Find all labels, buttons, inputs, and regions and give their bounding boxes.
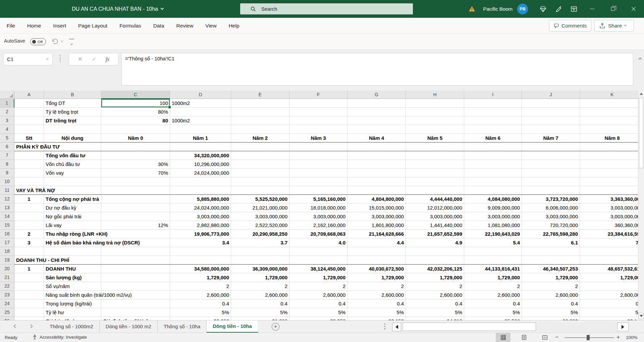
- cell-A4[interactable]: [14, 125, 44, 134]
- cell-G24[interactable]: 0.4: [347, 299, 406, 308]
- cell-F12[interactable]: 5,165,160,000: [289, 195, 347, 204]
- column-header-B[interactable]: B: [44, 91, 101, 99]
- column-header-K[interactable]: K: [580, 91, 638, 99]
- cell-E21[interactable]: 1,729,000: [231, 273, 289, 282]
- cell-K16[interactable]: 23,384,616,590: [580, 230, 638, 238]
- scroll-up-icon[interactable]: [640, 93, 643, 95]
- ribbon-tab-view[interactable]: View: [205, 23, 216, 29]
- row-header-5[interactable]: 5: [0, 134, 14, 142]
- cell-K13[interactable]: 3,003,000,000: [580, 204, 638, 212]
- row-header-8[interactable]: 8: [0, 160, 14, 169]
- avatar[interactable]: PB: [517, 4, 528, 14]
- cell-G10[interactable]: [347, 177, 406, 186]
- cell-K15[interactable]: 360,360,000: [580, 221, 638, 230]
- cell-F21[interactable]: 1,729,000: [289, 273, 347, 282]
- cell-K1[interactable]: [580, 99, 638, 108]
- cell-A8[interactable]: [14, 160, 44, 169]
- cell-A2[interactable]: [14, 108, 44, 116]
- cell-E26[interactable]: 21,000: [231, 317, 289, 320]
- cell-B5[interactable]: Nội dung: [44, 134, 101, 142]
- cell-J16[interactable]: 22,765,598,280: [522, 230, 580, 238]
- cell-C26[interactable]: Giả định tăng 5%/năm: [101, 317, 170, 320]
- name-box[interactable]: C1: [3, 53, 53, 65]
- cell-J24[interactable]: 0.4: [522, 299, 580, 308]
- cell-A23[interactable]: [14, 291, 44, 299]
- cell-F26[interactable]: 22,050: [289, 317, 347, 320]
- cell-K26[interactable]: 28,142: [580, 317, 638, 320]
- page-layout-view-button[interactable]: [517, 333, 531, 342]
- cell-F20[interactable]: 38,124,450,000: [289, 265, 347, 273]
- cell-K22[interactable]: 2: [580, 282, 638, 291]
- cell-J19[interactable]: [522, 256, 580, 265]
- cell-A19[interactable]: DOANH THU - CHI PHÍ: [14, 256, 44, 265]
- cell-G8[interactable]: [347, 160, 406, 169]
- cell-A1[interactable]: [14, 99, 44, 108]
- cell-K7[interactable]: [580, 151, 638, 160]
- cell-A15[interactable]: [14, 221, 44, 230]
- cell-J17[interactable]: 6.1: [522, 238, 580, 247]
- cell-I14[interactable]: 3,003,000,000: [464, 212, 522, 221]
- sheet-tab-dòng-tiền---10ha[interactable]: Dòng tiền - 10ha: [207, 321, 258, 333]
- row-header-12[interactable]: 12: [0, 195, 14, 204]
- cell-C5[interactable]: Năm 0: [101, 134, 170, 142]
- cell-D17[interactable]: 3.4: [170, 238, 231, 247]
- cell-J6[interactable]: [522, 142, 580, 151]
- cell-K17[interactable]: 7.0: [580, 238, 638, 247]
- cell-G21[interactable]: 1,729,000: [347, 273, 406, 282]
- cell-J21[interactable]: 1,729,000: [522, 273, 580, 282]
- row-header-16[interactable]: 16: [0, 230, 14, 238]
- cell-H26[interactable]: 24,310: [406, 317, 464, 320]
- cell-D26[interactable]: 20,000: [170, 317, 231, 320]
- cell-J10[interactable]: [522, 177, 580, 186]
- select-all-corner[interactable]: [0, 91, 14, 99]
- cell-I19[interactable]: [464, 256, 522, 265]
- cell-F4[interactable]: [289, 125, 347, 134]
- cell-C8[interactable]: 30%: [101, 160, 170, 169]
- cell-A18[interactable]: [14, 247, 44, 256]
- row-header-26[interactable]: 26: [0, 317, 14, 320]
- cell-C14[interactable]: [101, 212, 170, 221]
- formula-input[interactable]: ='Thông số - 10ha'!C1: [121, 53, 633, 86]
- cell-A20[interactable]: 1: [14, 265, 44, 273]
- cell-I25[interactable]: 5%: [464, 308, 522, 317]
- cell-G18[interactable]: [347, 247, 406, 256]
- cell-A3[interactable]: [14, 116, 44, 125]
- cell-H16[interactable]: 21,657,652,599: [406, 230, 464, 238]
- cell-G1[interactable]: [347, 99, 406, 108]
- cell-K10[interactable]: [580, 177, 638, 186]
- cell-A14[interactable]: [14, 212, 44, 221]
- cell-A22[interactable]: [14, 282, 44, 291]
- cell-C11[interactable]: [101, 186, 170, 195]
- warning-icon[interactable]: [464, 0, 480, 18]
- cell-K18[interactable]: [580, 247, 638, 256]
- cell-H2[interactable]: [406, 108, 464, 116]
- cell-D2[interactable]: [170, 108, 231, 116]
- cell-E13[interactable]: 21,021,000,000: [231, 204, 289, 212]
- cell-G20[interactable]: 40,030,672,500: [347, 265, 406, 273]
- normal-view-button[interactable]: [496, 333, 511, 342]
- page-break-view-button[interactable]: [537, 333, 552, 342]
- row-header-2[interactable]: 2: [0, 108, 14, 116]
- cell-H3[interactable]: [406, 116, 464, 125]
- row-header-18[interactable]: 18: [0, 247, 14, 256]
- cell-D1[interactable]: 1000m2: [170, 99, 231, 108]
- cell-H6[interactable]: [406, 142, 464, 151]
- cell-C4[interactable]: [101, 125, 170, 134]
- sheet-tab-thông-số---1000m2[interactable]: Thông số - 1000m2: [44, 321, 100, 333]
- cell-E20[interactable]: 36,309,000,000: [231, 265, 289, 273]
- row-header-6[interactable]: 6: [0, 142, 14, 151]
- cell-J11[interactable]: [522, 186, 580, 195]
- sheet-tab-dòng-tiền---1000-m2[interactable]: Dòng tiền - 1000 m2: [100, 321, 158, 333]
- cell-I13[interactable]: 9,009,000,000: [464, 204, 522, 212]
- cell-K12[interactable]: 3,363,360,000: [580, 195, 638, 204]
- cell-G12[interactable]: 4,804,800,000: [347, 195, 406, 204]
- cell-C25[interactable]: [101, 308, 170, 317]
- cell-D6[interactable]: [170, 142, 231, 151]
- cell-B24[interactable]: Trọng lượng (kg/trái): [44, 299, 101, 308]
- cell-H11[interactable]: [406, 186, 464, 195]
- cell-K21[interactable]: 1,729,000: [580, 273, 638, 282]
- cell-C22[interactable]: [101, 282, 170, 291]
- cell-F11[interactable]: [289, 186, 347, 195]
- cell-J23[interactable]: 2,600,000: [522, 291, 580, 299]
- cell-F2[interactable]: [289, 108, 347, 116]
